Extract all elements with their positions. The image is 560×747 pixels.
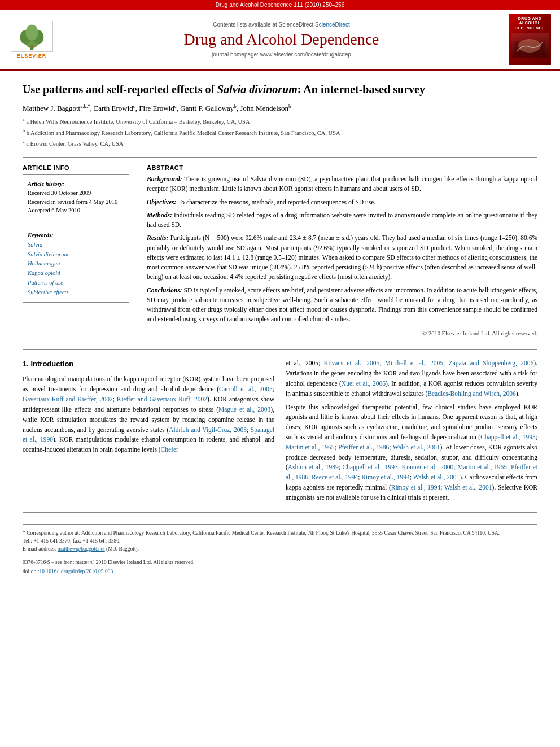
ref-martin[interactable]: Martin et al., 1965	[286, 444, 335, 451]
intro-col-right: et al., 2005; Kovacs et al., 2005; Mitch…	[286, 359, 537, 506]
bottom-bar: 0376-8716/$ – see front matter © 2010 El…	[23, 558, 537, 575]
ref-walsh[interactable]: Walsh et al., 2001	[393, 444, 440, 451]
keyword-3: Hallucinogen	[28, 259, 124, 269]
abstract-background: Background: There is growing use of Salv…	[147, 174, 537, 194]
issn-line: 0376-8716/$ – see front matter © 2010 El…	[23, 558, 537, 567]
abstract-conclusions: Conclusions: SD is typically smoked, acu…	[147, 286, 537, 325]
ref-chefer[interactable]: Chefer	[161, 446, 178, 453]
abstract-col: ABSTRACT Background: There is growing us…	[147, 164, 537, 338]
methods-text: Individuals reading SD-related pages of …	[147, 212, 537, 228]
revised-date: Received in revised form 4 May 2010	[28, 198, 124, 207]
abstract-objectives: Objectives: To characterize the reasons,…	[147, 198, 537, 207]
results-label: Results:	[147, 234, 168, 241]
abstract-text: Background: There is growing use of Salv…	[147, 174, 537, 338]
cover-art-svg	[514, 36, 545, 55]
keyword-2: Salvia divinorum	[28, 250, 124, 260]
ref-ashton[interactable]: Ashton et al., 1989	[288, 464, 339, 470]
svg-point-5	[30, 45, 33, 48]
intro-col-left: 1. Introduction Pharmacological manipula…	[23, 359, 274, 506]
journal-homepage: journal homepage: www.elsevier.com/locat…	[63, 51, 500, 58]
email-link[interactable]: matthew@baggott.net	[58, 546, 105, 552]
article-title: Use patterns and self-reported effects o…	[23, 82, 537, 97]
keyword-5: Patterns of use	[28, 278, 124, 288]
journal-cover-image: DRUG AND ALCOHOL DEPENDENCE	[509, 14, 551, 65]
keywords-label: Keywords:	[28, 231, 124, 241]
author3-name: , Fire Erowid	[135, 104, 174, 112]
svg-point-4	[25, 24, 38, 40]
keywords-box: Keywords: Salvia Salvia divinorum Halluc…	[23, 226, 129, 303]
ref-reece[interactable]: Reece et al., 1994	[312, 474, 358, 480]
objectives-label: Objectives:	[147, 199, 176, 206]
keyword-6: Subjective effects	[28, 288, 124, 298]
article-title-italic: Salvia divinorum	[217, 83, 298, 95]
affil-c: c c Erowid Center, Grass Valley, CA, USA	[23, 138, 537, 148]
affil-a: a a Helen Wills Neuroscience Institute, …	[23, 116, 537, 126]
ref-chappell[interactable]: Chappell et al., 1993	[480, 434, 536, 440]
journal-citation-bar: Drug and Alcohol Dependence 111 (2010) 2…	[0, 0, 560, 10]
elsevier-wordmark: ELSEVIER	[17, 53, 47, 59]
article-history-box: Article history: Received 30 October 200…	[23, 174, 129, 220]
ref-rimoy[interactable]: Rimoy et al., 1994	[361, 474, 409, 480]
ref-mague[interactable]: Mague et al., 2003	[218, 406, 270, 413]
ref-kovacs[interactable]: Kovacs et al., 2005	[324, 360, 380, 366]
background-text: There is growing use of Salvia divinorum…	[147, 176, 537, 192]
ref-beadles[interactable]: Beadles-Bohling and Wiren, 2006	[427, 390, 515, 397]
authors-line: Matthew J. Baggotta,b,*, Earth Erowidc, …	[23, 103, 537, 113]
ref-martin2[interactable]: Martin et al., 1965	[457, 464, 507, 470]
journal-main-title: Drug and Alcohol Dependence	[63, 30, 500, 49]
ref-xuei[interactable]: Xuei et al., 2006	[342, 380, 386, 387]
article-info-col: ARTICLE INFO Article history: Received 3…	[23, 164, 135, 338]
intro-section-title: 1. Introduction	[23, 359, 274, 370]
keyword-1: Salvia	[28, 241, 124, 250]
ref-kramer[interactable]: Kramer et al., 2000	[402, 464, 454, 470]
intro-two-col: 1. Introduction Pharmacological manipula…	[23, 359, 537, 506]
conclusions-text: SD is typically smoked, acute effects ar…	[147, 287, 537, 323]
sciencedirect-url[interactable]: ScienceDirect	[315, 21, 350, 28]
author1-sup: a,b,*	[80, 103, 90, 109]
elsevier-logo-box	[11, 21, 53, 52]
conclusions-label: Conclusions:	[147, 287, 182, 294]
objectives-text: To characterize the reasons, methods, an…	[178, 199, 375, 206]
ref-rimoy2[interactable]: Rimoy et al., 1994	[391, 484, 441, 491]
ref-zapata[interactable]: Zapata and Shippenberg, 2006	[449, 360, 534, 366]
footnote-area: * Corresponding author at: Addiction and…	[23, 524, 537, 553]
journal-citation: Drug and Alcohol Dependence 111 (2010) 2…	[216, 2, 345, 8]
email-address: E-mail address: matthew@baggott.net (M.J…	[23, 545, 537, 553]
methods-label: Methods:	[147, 212, 172, 219]
intro-p2: et al., 2005; Kovacs et al., 2005; Mitch…	[286, 359, 537, 399]
ref-aldrich[interactable]: Aldrich and Vigil-Cruz, 2003	[169, 426, 247, 433]
abstract-heading: ABSTRACT	[147, 164, 537, 171]
journal-header: ELSEVIER Contents lists available at Sci…	[0, 10, 560, 71]
background-label: Background:	[147, 176, 182, 182]
main-content: Use patterns and self-reported effects o…	[0, 71, 560, 587]
author5-sup: b	[288, 103, 291, 109]
author2-name: , Earth Erowid	[90, 104, 133, 112]
elsevier-logo: ELSEVIER	[9, 21, 54, 59]
ref-walsh3[interactable]: Walsh et al., 2001	[444, 484, 492, 491]
results-text: Participants (N = 500) were 92.6% male a…	[147, 234, 537, 280]
elsevier-tree-icon	[11, 21, 53, 51]
cover-art	[511, 33, 549, 58]
doi-line: doi:doi:10.1016/j.drugalcdep.2010.05.003	[23, 567, 537, 576]
ref-mitchell[interactable]: Mitchell et al., 2005	[385, 360, 443, 366]
intro-p3: Despite this acknowledged therapeutic po…	[286, 403, 537, 503]
abstract-methods: Methods: Individuals reading SD-related …	[147, 211, 537, 230]
ref-chappell2[interactable]: Chappell et al., 1993	[343, 464, 398, 470]
footnote-divider	[23, 512, 537, 513]
journal-title-area: Contents lists available at ScienceDirec…	[63, 21, 500, 58]
sciencedirect-link: Contents lists available at ScienceDirec…	[63, 21, 500, 28]
author1-name: Matthew J. Baggott	[23, 104, 80, 112]
author5-name: , John Mendelson	[237, 104, 288, 112]
affil-b: b b Addiction and Pharmacology Research …	[23, 128, 537, 137]
info-abstract-section: ARTICLE INFO Article history: Received 3…	[23, 157, 537, 338]
ref-pfeiffer[interactable]: Pfeiffer et al., 1986	[338, 444, 389, 451]
svg-point-7	[518, 39, 541, 53]
ref-gaveriaux1[interactable]: Gaveriaux-Ruff and Kieffer, 2002	[23, 396, 113, 403]
doi-link[interactable]: doi:10.1016/j.drugalcdep.2010.05.003	[31, 569, 113, 574]
abstract-results: Results: Participants (N = 500) were 92.…	[147, 233, 537, 282]
ref-carroll[interactable]: Carroll et al., 2005	[219, 386, 273, 392]
cover-journal-title: DRUG AND ALCOHOL DEPENDENCE	[511, 16, 549, 30]
ref-kieffer[interactable]: Kieffer and Gaveriaux-Ruff, 2002	[117, 396, 207, 403]
ref-walsh2[interactable]: Walsh et al., 2001	[413, 474, 460, 480]
corresponding-author-note: * Corresponding author at: Addiction and…	[23, 529, 537, 537]
